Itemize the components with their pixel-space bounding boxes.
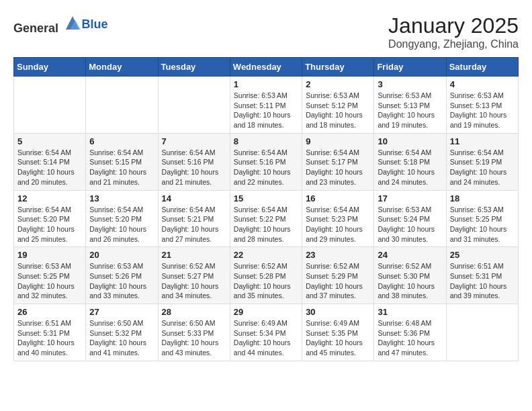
day-info: Sunrise: 6:54 AM Sunset: 5:16 PM Dayligh… xyxy=(162,148,226,187)
day-number: 7 xyxy=(162,136,226,146)
calendar-cell: 16Sunrise: 6:54 AM Sunset: 5:23 PM Dayli… xyxy=(302,190,374,247)
day-info: Sunrise: 6:52 AM Sunset: 5:30 PM Dayligh… xyxy=(378,261,442,301)
calendar-cell: 7Sunrise: 6:54 AM Sunset: 5:16 PM Daylig… xyxy=(158,133,230,190)
calendar-week-row: 19Sunrise: 6:53 AM Sunset: 5:25 PM Dayli… xyxy=(14,247,519,304)
weekday-header-saturday: Saturday xyxy=(446,58,518,77)
calendar-cell xyxy=(14,77,86,134)
day-info: Sunrise: 6:53 AM Sunset: 5:12 PM Dayligh… xyxy=(306,91,370,130)
day-info: Sunrise: 6:53 AM Sunset: 5:11 PM Dayligh… xyxy=(234,91,298,130)
calendar-cell xyxy=(86,77,158,134)
day-info: Sunrise: 6:52 AM Sunset: 5:27 PM Dayligh… xyxy=(162,261,226,301)
calendar-cell: 13Sunrise: 6:54 AM Sunset: 5:20 PM Dayli… xyxy=(86,190,158,247)
weekday-header-monday: Monday xyxy=(86,58,158,77)
calendar-cell: 24Sunrise: 6:52 AM Sunset: 5:30 PM Dayli… xyxy=(374,247,446,304)
day-info: Sunrise: 6:53 AM Sunset: 5:25 PM Dayligh… xyxy=(450,205,515,244)
calendar-cell: 25Sunrise: 6:51 AM Sunset: 5:31 PM Dayli… xyxy=(446,247,518,304)
month-title: January 2025 xyxy=(388,13,519,38)
weekday-header-wednesday: Wednesday xyxy=(230,58,302,77)
calendar-cell: 30Sunrise: 6:49 AM Sunset: 5:35 PM Dayli… xyxy=(302,304,374,361)
day-info: Sunrise: 6:53 AM Sunset: 5:25 PM Dayligh… xyxy=(17,261,82,301)
day-info: Sunrise: 6:54 AM Sunset: 5:14 PM Dayligh… xyxy=(17,148,82,187)
calendar-cell: 11Sunrise: 6:54 AM Sunset: 5:19 PM Dayli… xyxy=(446,133,518,190)
calendar-cell: 23Sunrise: 6:52 AM Sunset: 5:29 PM Dayli… xyxy=(302,247,374,304)
day-info: Sunrise: 6:50 AM Sunset: 5:32 PM Dayligh… xyxy=(89,318,154,358)
calendar-cell xyxy=(158,77,230,134)
day-info: Sunrise: 6:49 AM Sunset: 5:34 PM Dayligh… xyxy=(234,318,298,358)
day-info: Sunrise: 6:51 AM Sunset: 5:31 PM Dayligh… xyxy=(450,261,515,301)
day-number: 10 xyxy=(378,136,442,146)
day-number: 29 xyxy=(234,307,298,317)
calendar-cell: 4Sunrise: 6:53 AM Sunset: 5:13 PM Daylig… xyxy=(446,77,518,134)
calendar-cell xyxy=(446,304,518,361)
calendar-cell: 8Sunrise: 6:54 AM Sunset: 5:16 PM Daylig… xyxy=(230,133,302,190)
calendar-week-row: 1Sunrise: 6:53 AM Sunset: 5:11 PM Daylig… xyxy=(14,77,519,134)
day-number: 4 xyxy=(450,79,515,89)
calendar-cell: 2Sunrise: 6:53 AM Sunset: 5:12 PM Daylig… xyxy=(302,77,374,134)
day-number: 22 xyxy=(234,250,298,260)
day-info: Sunrise: 6:53 AM Sunset: 5:24 PM Dayligh… xyxy=(378,205,442,244)
day-number: 3 xyxy=(378,79,442,89)
day-number: 2 xyxy=(306,79,370,89)
title-section: January 2025 Dongyang, Zhejiang, China xyxy=(388,13,519,50)
calendar-cell: 26Sunrise: 6:51 AM Sunset: 5:31 PM Dayli… xyxy=(14,304,86,361)
day-number: 13 xyxy=(89,193,154,203)
day-number: 16 xyxy=(306,193,370,203)
calendar-cell: 9Sunrise: 6:54 AM Sunset: 5:17 PM Daylig… xyxy=(302,133,374,190)
calendar-cell: 27Sunrise: 6:50 AM Sunset: 5:32 PM Dayli… xyxy=(86,304,158,361)
calendar-cell: 29Sunrise: 6:49 AM Sunset: 5:34 PM Dayli… xyxy=(230,304,302,361)
day-number: 30 xyxy=(306,307,370,317)
weekday-header-tuesday: Tuesday xyxy=(158,58,230,77)
calendar-week-row: 26Sunrise: 6:51 AM Sunset: 5:31 PM Dayli… xyxy=(14,304,519,361)
calendar-cell: 14Sunrise: 6:54 AM Sunset: 5:21 PM Dayli… xyxy=(158,190,230,247)
day-info: Sunrise: 6:52 AM Sunset: 5:28 PM Dayligh… xyxy=(234,261,298,301)
day-number: 21 xyxy=(162,250,226,260)
calendar-cell: 31Sunrise: 6:48 AM Sunset: 5:36 PM Dayli… xyxy=(374,304,446,361)
day-number: 31 xyxy=(378,307,442,317)
calendar-cell: 3Sunrise: 6:53 AM Sunset: 5:13 PM Daylig… xyxy=(374,77,446,134)
logo-blue: Blue xyxy=(82,17,108,31)
day-number: 14 xyxy=(162,193,226,203)
calendar-table: SundayMondayTuesdayWednesdayThursdayFrid… xyxy=(13,57,519,361)
calendar-cell: 18Sunrise: 6:53 AM Sunset: 5:25 PM Dayli… xyxy=(446,190,518,247)
logo-icon xyxy=(63,13,82,32)
day-number: 9 xyxy=(306,136,370,146)
day-info: Sunrise: 6:54 AM Sunset: 5:19 PM Dayligh… xyxy=(450,148,515,187)
day-number: 26 xyxy=(17,307,82,317)
day-info: Sunrise: 6:54 AM Sunset: 5:18 PM Dayligh… xyxy=(378,148,442,187)
day-info: Sunrise: 6:54 AM Sunset: 5:15 PM Dayligh… xyxy=(89,148,154,187)
calendar-cell: 12Sunrise: 6:54 AM Sunset: 5:20 PM Dayli… xyxy=(14,190,86,247)
page-header: General Blue January 2025 Dongyang, Zhej… xyxy=(13,13,519,50)
logo-general: General xyxy=(13,21,58,35)
weekday-header-thursday: Thursday xyxy=(302,58,374,77)
day-info: Sunrise: 6:50 AM Sunset: 5:33 PM Dayligh… xyxy=(162,318,226,358)
day-number: 11 xyxy=(450,136,515,146)
day-number: 28 xyxy=(162,307,226,317)
day-number: 25 xyxy=(450,250,515,260)
day-number: 5 xyxy=(17,136,82,146)
calendar-cell: 17Sunrise: 6:53 AM Sunset: 5:24 PM Dayli… xyxy=(374,190,446,247)
day-number: 18 xyxy=(450,193,515,203)
calendar-cell: 20Sunrise: 6:53 AM Sunset: 5:26 PM Dayli… xyxy=(86,247,158,304)
day-number: 15 xyxy=(234,193,298,203)
day-info: Sunrise: 6:54 AM Sunset: 5:22 PM Dayligh… xyxy=(234,205,298,244)
calendar-cell: 1Sunrise: 6:53 AM Sunset: 5:11 PM Daylig… xyxy=(230,77,302,134)
calendar-cell: 19Sunrise: 6:53 AM Sunset: 5:25 PM Dayli… xyxy=(14,247,86,304)
day-info: Sunrise: 6:54 AM Sunset: 5:20 PM Dayligh… xyxy=(89,205,154,244)
day-number: 8 xyxy=(234,136,298,146)
day-info: Sunrise: 6:49 AM Sunset: 5:35 PM Dayligh… xyxy=(306,318,370,358)
day-info: Sunrise: 6:54 AM Sunset: 5:23 PM Dayligh… xyxy=(306,205,370,244)
day-number: 24 xyxy=(378,250,442,260)
day-number: 12 xyxy=(17,193,82,203)
calendar-cell: 22Sunrise: 6:52 AM Sunset: 5:28 PM Dayli… xyxy=(230,247,302,304)
weekday-header-row: SundayMondayTuesdayWednesdayThursdayFrid… xyxy=(14,58,519,77)
logo: General Blue xyxy=(13,13,108,36)
calendar-cell: 5Sunrise: 6:54 AM Sunset: 5:14 PM Daylig… xyxy=(14,133,86,190)
day-info: Sunrise: 6:53 AM Sunset: 5:13 PM Dayligh… xyxy=(378,91,442,130)
weekday-header-sunday: Sunday xyxy=(14,58,86,77)
calendar-week-row: 12Sunrise: 6:54 AM Sunset: 5:20 PM Dayli… xyxy=(14,190,519,247)
day-info: Sunrise: 6:53 AM Sunset: 5:13 PM Dayligh… xyxy=(450,91,515,130)
location-title: Dongyang, Zhejiang, China xyxy=(388,38,519,50)
day-number: 20 xyxy=(89,250,154,260)
day-info: Sunrise: 6:54 AM Sunset: 5:21 PM Dayligh… xyxy=(162,205,226,244)
day-number: 19 xyxy=(17,250,82,260)
